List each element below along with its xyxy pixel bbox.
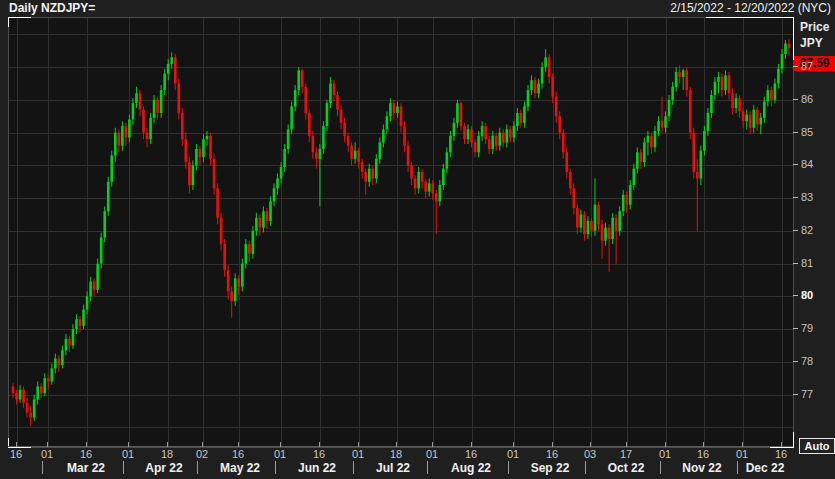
time-axis-month-label: Sep 22	[520, 461, 580, 475]
candle	[262, 206, 265, 232]
candle	[195, 144, 198, 170]
candle	[523, 102, 526, 128]
candle	[407, 141, 410, 172]
price-axis-label: 82	[801, 223, 833, 237]
candle	[534, 77, 537, 98]
price-axis[interactable]: Price JPY 87.59 8786858483828180797877	[793, 17, 835, 479]
candle	[227, 265, 230, 299]
price-axis-tick	[793, 263, 798, 264]
candle	[569, 169, 572, 195]
candle	[234, 273, 237, 306]
candle	[442, 164, 445, 190]
time-axis-day-label: 16	[768, 448, 794, 460]
candle	[156, 97, 159, 120]
candlestick-chart[interactable]	[9, 18, 793, 447]
candle	[110, 151, 113, 187]
chart-plot-area[interactable]	[8, 17, 794, 448]
candle	[633, 164, 636, 190]
price-axis-label: 83	[801, 190, 833, 204]
candle	[498, 128, 501, 151]
time-axis-day-label: 01	[729, 448, 755, 460]
candle	[209, 133, 212, 166]
price-axis-tick	[793, 164, 798, 165]
candle	[276, 174, 279, 195]
time-axis-tick	[202, 442, 203, 447]
time-axis-day-label: 18	[383, 448, 409, 460]
date-range: 2/15/2022 - 12/20/2022 (NYC)	[670, 1, 831, 15]
candle	[784, 40, 787, 59]
time-axis-day-label: 01	[345, 448, 371, 460]
candle	[329, 77, 332, 108]
candle	[333, 80, 336, 101]
candle	[266, 208, 269, 229]
candle	[752, 105, 755, 133]
candle	[601, 219, 604, 258]
auto-scale-button[interactable]: Auto	[799, 438, 835, 454]
candle	[456, 100, 459, 128]
price-axis-title: Price	[800, 20, 829, 34]
chart-title: Daily NZDJPY=	[9, 1, 95, 15]
candle	[509, 126, 512, 142]
candle	[308, 110, 311, 143]
candle	[82, 305, 85, 330]
candle	[33, 395, 36, 421]
time-axis-day-label: 03	[577, 448, 603, 460]
time-axis-month-label: Dec 22	[735, 461, 795, 475]
candle	[382, 124, 385, 147]
candle	[678, 65, 681, 83]
candle	[170, 52, 173, 68]
candle	[65, 334, 68, 355]
candle	[410, 162, 413, 185]
time-axis-day-label: 01	[419, 448, 445, 460]
candle	[364, 169, 367, 195]
time-axis-tick	[703, 442, 704, 447]
time-axis-tick	[280, 442, 281, 447]
candle	[643, 138, 646, 167]
candle	[668, 95, 671, 121]
price-axis-label: 87	[801, 59, 833, 73]
candle	[188, 157, 191, 193]
candle	[675, 67, 678, 92]
candle	[484, 123, 487, 144]
candle	[58, 355, 61, 371]
time-axis-tick	[665, 442, 666, 447]
month-separator	[427, 461, 428, 474]
candle	[562, 129, 565, 158]
candle	[163, 69, 166, 95]
chart-window: Daily NZDJPY= 2/15/2022 - 12/20/2022 (NY…	[0, 0, 835, 479]
time-axis-month-label: Mar 22	[56, 461, 116, 475]
candle	[174, 54, 177, 90]
candle	[435, 190, 438, 234]
candle	[544, 49, 547, 72]
candle	[759, 113, 762, 134]
candle	[583, 211, 586, 240]
time-axis-tick	[86, 442, 87, 447]
candle	[379, 138, 382, 164]
candle	[304, 83, 307, 119]
candle	[647, 131, 650, 156]
candle	[555, 92, 558, 123]
candle	[421, 169, 424, 189]
price-axis-tick	[793, 295, 798, 296]
candle	[354, 142, 357, 163]
candle	[491, 131, 494, 154]
candle	[252, 226, 255, 259]
candle	[428, 178, 431, 196]
month-separator	[275, 461, 276, 474]
time-axis-tick	[396, 442, 397, 447]
price-axis-label: 84	[801, 157, 833, 171]
candle	[703, 126, 706, 155]
price-axis-tick	[793, 197, 798, 198]
candle	[463, 123, 466, 144]
price-axis-label: 81	[801, 256, 833, 270]
candle	[142, 106, 145, 139]
candle	[403, 121, 406, 152]
time-axis-day-label: 16	[306, 448, 332, 460]
candle	[774, 79, 777, 104]
price-axis-tick	[793, 230, 798, 231]
time-axis-month-label: Apr 22	[134, 461, 194, 475]
candle	[714, 77, 717, 100]
candle	[590, 218, 593, 238]
month-separator	[585, 461, 586, 474]
candle	[336, 92, 339, 117]
